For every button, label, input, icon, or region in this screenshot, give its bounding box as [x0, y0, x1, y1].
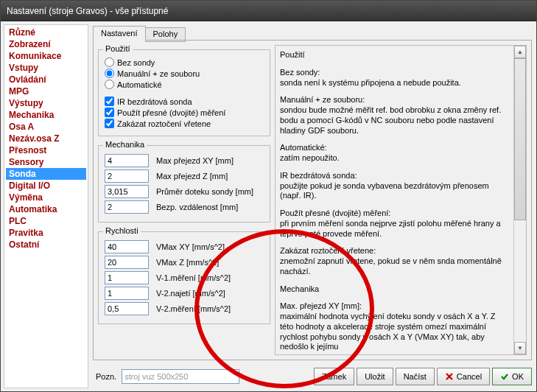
group-rychlosti: Rychlosti VMax XY [mm/s^2] VMax Z [mm/s^…	[98, 231, 270, 324]
check-ir-row: IR bezdrátová sonda	[105, 97, 264, 106]
field-max-prejezd-xy: Max přejezd XY [mm]	[105, 154, 264, 167]
radio-manualni[interactable]	[105, 69, 114, 78]
label-max-prejezd-xy: Max přejezd XY [mm]	[156, 156, 234, 165]
field-vmax-z: VMax Z [mm/s^2]	[105, 256, 264, 269]
button-bar: Pozn. Zámek Uložit Načíst Cancel OK	[93, 366, 532, 387]
label-v2-mereni: V-2.měření [mm/s^2]	[156, 304, 231, 313]
sidebar-item-digital-io[interactable]: Digital I/O	[6, 180, 86, 192]
input-v2-mereni[interactable]	[105, 302, 149, 315]
sidebar-item-zobrazeni[interactable]: Zobrazení	[6, 38, 86, 50]
group-title-pouziti: Použití	[103, 44, 133, 53]
sidebar-item-komunikace[interactable]: Komunikace	[6, 50, 86, 62]
field-max-prejezd-z: Max přejezd Z [mm]	[105, 169, 264, 183]
radio-manualni-row: Manuální + ze souboru	[105, 69, 264, 78]
input-prumer-doteku[interactable]	[105, 185, 149, 198]
check-zakazat-row: Zakázat roztočení vřetene	[105, 119, 264, 128]
radio-bez-sondy-label: Bez sondy	[117, 58, 155, 67]
window-title: Nastavení (stroje Gravos) - vše přístupn…	[7, 6, 168, 16]
sidebar-item-plc[interactable]: PLC	[6, 215, 86, 227]
help-panel: Použití Bez sondy: sonda není k systému …	[275, 45, 527, 355]
check-ir-label: IR bezdrátová sonda	[117, 97, 192, 106]
label-bezp-vzdalenost: Bezp. vzdálenost [mm]	[156, 203, 238, 211]
zamek-button[interactable]: Zámek	[314, 368, 355, 385]
tab-panel: Použití Bez sondy Manuální + ze souboru …	[93, 40, 532, 360]
group-pouziti: Použití Bez sondy Manuální + ze souboru …	[98, 49, 270, 136]
sidebar-item-nezav-osa-z[interactable]: Nezáv.osa Z	[6, 133, 86, 144]
field-vmax-xy: VMax XY [mm/s^2]	[105, 240, 264, 253]
cancel-button[interactable]: Cancel	[437, 368, 490, 385]
help-para-6: Zakázat roztočení vřetene: znemožní zapn…	[280, 246, 510, 276]
scroll-down-icon[interactable]: ▼	[514, 342, 526, 354]
radio-automaticke[interactable]	[105, 80, 114, 89]
label-max-prejezd-z: Max přejezd Z [mm]	[156, 172, 228, 181]
tabs: Nastavení Polohy	[93, 26, 532, 41]
check-zakazat[interactable]	[105, 119, 114, 128]
input-v2-najeti[interactable]	[105, 287, 149, 300]
sidebar-item-osa-a[interactable]: Osa A	[6, 121, 86, 133]
scroll-up-icon[interactable]: ▲	[514, 46, 526, 58]
label-prumer-doteku: Průměr doteku sondy [mm]	[156, 187, 253, 196]
input-bezp-vzdalenost[interactable]	[105, 200, 149, 214]
help-para-2: Manuální + ze souboru: sondou bude možné…	[280, 95, 510, 136]
label-v1-mereni: V-1.měření [mm/s^2]	[156, 273, 231, 282]
radio-bez-sondy[interactable]	[105, 57, 114, 67]
field-bezp-vzdalenost: Bezp. vzdálenost [mm]	[105, 200, 264, 214]
scrollbar[interactable]: ▲ ▼	[513, 46, 526, 354]
pozn-label: Pozn.	[96, 372, 116, 381]
sidebar-item-sensory[interactable]: Sensory	[6, 156, 86, 168]
label-v2-najeti: V-2.najetí [mm/s^2]	[156, 289, 225, 298]
help-para-8: Max. přejezd XY [mm]: maximální hodnota …	[280, 301, 510, 352]
input-max-prejezd-xy[interactable]	[105, 154, 149, 167]
nacist-button[interactable]: Načíst	[396, 368, 435, 385]
check-presne[interactable]	[105, 108, 114, 117]
sidebar-item-pravitka[interactable]: Pravitka	[6, 227, 86, 239]
input-vmax-xy[interactable]	[105, 240, 149, 253]
label-vmax-xy: VMax XY [mm/s^2]	[156, 242, 225, 251]
check-icon	[500, 372, 509, 381]
help-para-7: Mechanika	[280, 284, 510, 295]
left-column: Použití Bez sondy Manuální + ze souboru …	[98, 45, 270, 355]
help-para-5: Použít přesné (dvojité) měření: při prvn…	[280, 209, 510, 239]
check-presne-row: Použít přesné (dvojité) měření	[105, 108, 264, 117]
pozn-input[interactable]	[122, 369, 239, 384]
settings-window: Nastavení (stroje Gravos) - vše přístupn…	[0, 0, 537, 392]
input-max-prejezd-z[interactable]	[105, 169, 149, 183]
input-vmax-z[interactable]	[105, 256, 149, 269]
sidebar-item-ovladani[interactable]: Ovládání	[6, 74, 86, 85]
scroll-thumb[interactable]	[514, 58, 526, 220]
radio-manualni-label: Manuální + ze souboru	[117, 69, 200, 78]
check-ir[interactable]	[105, 97, 114, 106]
sidebar-item-mpg[interactable]: MPG	[6, 85, 86, 97]
field-v1-mereni: V-1.měření [mm/s^2]	[105, 271, 264, 284]
ok-button[interactable]: OK	[492, 368, 532, 385]
x-icon	[445, 372, 454, 381]
tab-nastaveni[interactable]: Nastavení	[93, 26, 146, 41]
help-para-3: Automatické: zatím nepoužito.	[280, 143, 510, 164]
sidebar-item-ostatni[interactable]: Ostatní	[6, 239, 86, 251]
sidebar-item-sonda[interactable]: Sonda	[6, 168, 86, 180]
check-zakazat-label: Zakázat roztočení vřetene	[117, 119, 211, 128]
input-v1-mereni[interactable]	[105, 271, 149, 284]
window-body: Různé Zobrazení Komunikace Vstupy Ovládá…	[1, 21, 536, 391]
help-para-0: Použití	[280, 50, 510, 60]
sidebar-item-vstupy[interactable]: Vstupy	[6, 62, 86, 74]
sidebar-item-vystupy[interactable]: Výstupy	[6, 97, 86, 109]
group-title-rychlosti: Rychlosti	[103, 226, 141, 235]
radio-automaticke-label: Automatické	[117, 80, 162, 89]
sidebar-item-vymena[interactable]: Výměna	[6, 192, 86, 203]
sidebar-item-automatika[interactable]: Automatika	[6, 203, 86, 215]
radio-automaticke-row: Automatické	[105, 80, 264, 89]
main-panel: Nastavení Polohy Použití Bez sondy Manuá…	[90, 21, 536, 391]
ulozit-button[interactable]: Uložit	[357, 368, 393, 385]
field-v2-mereni: V-2.měření [mm/s^2]	[105, 302, 264, 315]
radio-bez-sondy-row: Bez sondy	[105, 57, 264, 67]
group-title-mechanika: Mechanika	[103, 140, 147, 149]
sidebar-item-ruzne[interactable]: Různé	[6, 27, 86, 38]
sidebar-item-presnost[interactable]: Přesnost	[6, 144, 86, 156]
titlebar: Nastavení (stroje Gravos) - vše přístupn…	[1, 1, 536, 21]
field-v2-najeti: V-2.najetí [mm/s^2]	[105, 287, 264, 300]
sidebar-item-mechanika[interactable]: Mechanika	[6, 109, 86, 121]
label-vmax-z: VMax Z [mm/s^2]	[156, 258, 219, 267]
help-para-1: Bez sondy: sonda není k systému připojen…	[280, 68, 510, 88]
help-para-4: IR bezdrátová sonda: použijte pokud je s…	[280, 171, 510, 201]
